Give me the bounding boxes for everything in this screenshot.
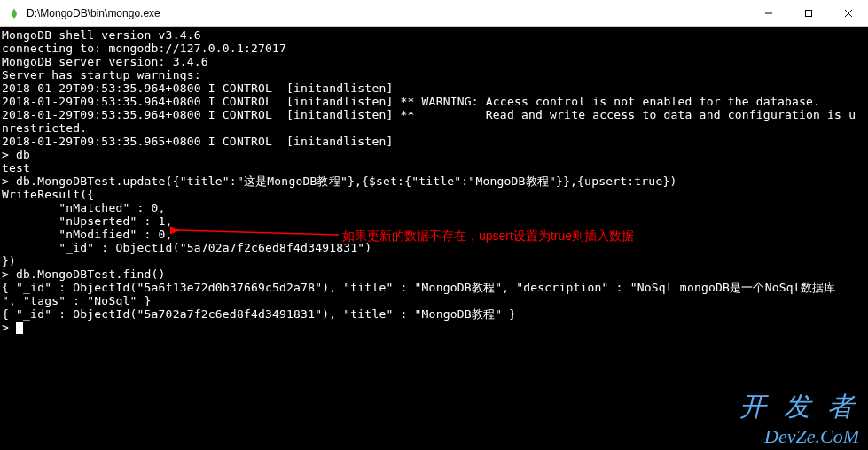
terminal-line: > db bbox=[2, 148, 866, 161]
terminal-line: nrestricted. bbox=[2, 121, 866, 135]
annotation-text: 如果更新的数据不存在，upsert设置为true则插入数据 bbox=[342, 229, 634, 244]
terminal-line: connecting to: mongodb://127.0.0.1:27017 bbox=[2, 42, 866, 55]
close-button[interactable] bbox=[828, 0, 868, 26]
terminal-line: Server has startup warnings: bbox=[2, 68, 866, 81]
watermark-line2: DevZe.CoM bbox=[764, 425, 859, 448]
terminal-line: }) bbox=[2, 254, 866, 268]
mongodb-leaf-icon bbox=[7, 6, 21, 20]
terminal-line: 2018-01-29T09:53:35.965+0800 I CONTROL [… bbox=[2, 135, 866, 148]
window-controls bbox=[748, 0, 868, 26]
terminal-line: "nUpserted" : 1, bbox=[2, 214, 866, 228]
terminal-line: "nMatched" : 0, bbox=[2, 201, 866, 214]
minimize-button[interactable] bbox=[748, 0, 788, 26]
maximize-button[interactable] bbox=[788, 0, 828, 26]
terminal-line: ", "tags" : "NoSql" } bbox=[2, 294, 866, 307]
terminal-line: 2018-01-29T09:53:35.964+0800 I CONTROL [… bbox=[2, 81, 866, 95]
terminal-line: MongoDB server version: 3.4.6 bbox=[2, 55, 866, 68]
terminal-line: WriteResult({ bbox=[2, 188, 866, 201]
terminal-line: 2018-01-29T09:53:35.964+0800 I CONTROL [… bbox=[2, 95, 866, 108]
window-titlebar: D:\MongoDB\bin\mongo.exe bbox=[0, 0, 868, 27]
terminal-line: > db.MongoDBTest.find() bbox=[2, 268, 866, 281]
watermark-line1: 开 发 者 bbox=[739, 389, 859, 425]
terminal-line: MongoDB shell version v3.4.6 bbox=[2, 28, 866, 42]
terminal-line: 2018-01-29T09:53:35.964+0800 I CONTROL [… bbox=[2, 108, 866, 121]
terminal-line: { "_id" : ObjectId("5a702a7f2c6ed8f4d349… bbox=[2, 307, 866, 321]
window-title: D:\MongoDB\bin\mongo.exe bbox=[27, 7, 748, 19]
terminal-cursor bbox=[16, 322, 23, 334]
terminal-line: > db.MongoDBTest.update({"title":"这是Mong… bbox=[2, 175, 866, 188]
svg-rect-1 bbox=[805, 10, 811, 16]
terminal-line: { "_id" : ObjectId("5a6f13e72d0b37669c5d… bbox=[2, 281, 866, 294]
terminal-line: > bbox=[2, 321, 866, 334]
terminal-line: test bbox=[2, 161, 866, 175]
